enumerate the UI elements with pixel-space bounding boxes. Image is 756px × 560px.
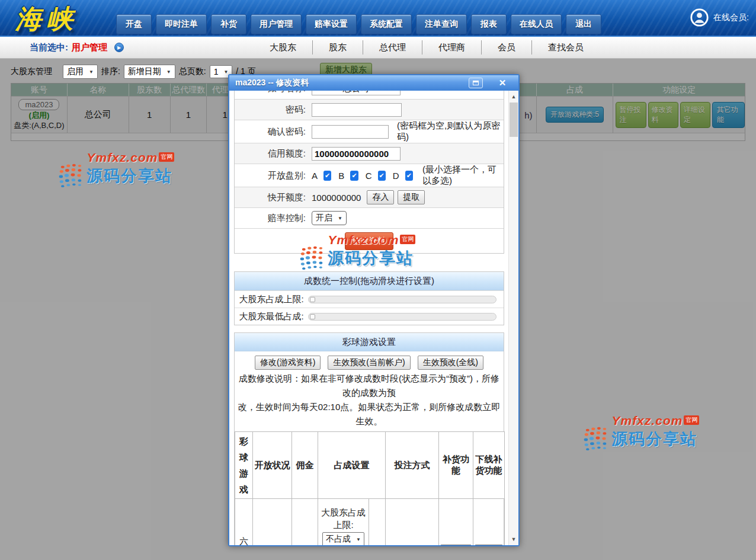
scroll-down-icon[interactable]: ▼: [509, 535, 518, 544]
watermark-site: Ymfxz.com: [612, 414, 683, 428]
status-select-value: 启用: [67, 66, 84, 77]
nav-restock[interactable]: 补货: [211, 14, 246, 34]
nav-live-bets[interactable]: 即时注单: [156, 14, 207, 34]
prechange-note: 成数修改说明：如果在非可修改成数时段(状态显示为“预改”)，所修改的成数为预 改…: [235, 372, 504, 431]
ratio-lower-label: 大股东最低占成:: [235, 311, 308, 322]
plate-b-label: B: [338, 171, 344, 181]
subnav-item-general-agent[interactable]: 总代理: [363, 40, 422, 55]
watermark-name: 源码分享站: [328, 248, 414, 269]
apply-prechange-all-button[interactable]: 生效预改(全线): [418, 356, 483, 370]
deposit-button[interactable]: 存入: [367, 190, 394, 204]
checkbox-checked-icon[interactable]: ✔: [350, 171, 358, 181]
modal-title: ma2023 -- 修改资料: [235, 78, 309, 88]
slider-handle[interactable]: [310, 297, 315, 302]
col-commission: 佣金: [292, 432, 318, 499]
nav-reports[interactable]: 报表: [471, 14, 507, 34]
plate-c-label: C: [366, 171, 372, 181]
main-nav: 开盘 即时注单 补货 用户管理 赔率设置 系统配置 注单查询 报表 在线人员 退…: [116, 14, 601, 34]
scrollbar-thumb[interactable]: [510, 103, 518, 137]
col-down-restock: 下线补货功能: [473, 432, 505, 499]
online-members: 在线会员:: [690, 8, 749, 27]
sort-select[interactable]: 新增日期 ▼: [124, 65, 175, 79]
subnav-item-find-member[interactable]: 查找会员: [531, 40, 600, 55]
apply-prechange-account-button[interactable]: 生效预改(当前帐户): [328, 356, 410, 370]
subnav-item-major-shareholder[interactable]: 大股东: [254, 40, 312, 55]
form-row-password: 密码:: [235, 99, 504, 120]
col-restock: 补货功能: [439, 432, 473, 499]
plates-hint: (最小选择一个，可以多选): [422, 164, 504, 187]
nav-online-users[interactable]: 在线人员: [511, 14, 562, 34]
ratio-control-section: 成数统一控制(拖动滑块进行设置) 大股东占成上限: 大股东最低占成:: [234, 271, 504, 325]
modal-content: 账号名称: 密码: 确认密码: (密码框为空,则默认为原密码) 信用额度: 开放…: [229, 91, 518, 545]
caret-down-icon: ▼: [356, 537, 361, 542]
ratio-lower-slider[interactable]: [308, 313, 496, 321]
nav-logout[interactable]: 退出: [566, 14, 601, 34]
nav-bet-query[interactable]: 注单查询: [416, 14, 467, 34]
prechange-note-line2: 改，生效时间为每天02:10点。如果状态为正常，则所修改成数立即生效。: [235, 400, 504, 428]
ratio-upper-label: 大股东占成上限:: [235, 294, 308, 305]
password-field[interactable]: [312, 103, 402, 117]
watermark-name: 源码分享站: [611, 428, 697, 450]
profile-form: 账号名称: 密码: 确认密码: (密码框为空,则默认为原密码) 信用额度: 开放…: [234, 91, 504, 254]
current-selection: 当前选中: 用户管理 ▶: [30, 37, 124, 58]
col-bet-mode: 投注方式: [386, 432, 439, 499]
modal-scrollbar[interactable]: ▲ ▼: [508, 91, 518, 545]
close-icon[interactable]: ✕: [492, 78, 512, 88]
confirm-password-field[interactable]: [312, 125, 389, 139]
slider-handle[interactable]: [310, 314, 315, 319]
form-row-account-name: 账号名称:: [235, 91, 504, 99]
watermark: Ymfxz.com 官网 源码分享站: [583, 414, 710, 452]
ratio-top-label: 大股东占成上限:: [319, 506, 367, 531]
status-select[interactable]: 启用 ▼: [63, 65, 98, 79]
odds-control-select[interactable]: 开启 ▼: [312, 211, 347, 225]
current-selection-label: 当前选中:: [30, 42, 68, 53]
caret-down-icon: ▼: [89, 69, 94, 75]
credit-label: 信用额度:: [235, 148, 312, 159]
online-members-label: 在线会员:: [713, 12, 749, 23]
col-lottery-game: 彩球游戏: [239, 433, 249, 497]
ratio-upper-slider[interactable]: [308, 296, 496, 303]
checkbox-checked-icon[interactable]: ✔: [405, 171, 413, 181]
caret-down-icon: ▼: [338, 216, 342, 221]
ratio-top-select[interactable]: 不占成 ▼: [322, 532, 364, 545]
ratio-lower-row: 大股东最低占成:: [235, 308, 504, 325]
form-row-credit: 信用额度:: [235, 143, 504, 164]
subnav-item-agent[interactable]: 代理商: [422, 40, 481, 55]
watermark-badge: 官网: [159, 152, 174, 162]
col-open-status: 开放状况: [253, 432, 292, 499]
watermark-dots-icon: [58, 164, 87, 188]
account-name-field[interactable]: [312, 91, 401, 95]
checkbox-checked-icon[interactable]: ✔: [323, 171, 331, 181]
current-selection-value: 用户管理: [72, 42, 107, 53]
withdraw-button[interactable]: 提取: [398, 190, 425, 204]
watermark: Ymfxz.com 官网 源码分享站: [299, 233, 427, 271]
credit-field[interactable]: [312, 147, 401, 161]
user-icon: [690, 8, 709, 27]
nav-system-config[interactable]: 系统配置: [361, 14, 412, 34]
caret-down-icon: ▼: [166, 69, 171, 75]
sort-select-value: 新增日期: [128, 66, 161, 77]
account-name-label: 账号名称:: [235, 91, 312, 94]
page-select-value: 1: [214, 67, 219, 76]
quick-credit-value: 1000000000: [312, 193, 361, 203]
down-restock-select[interactable]: 开放 ▼: [475, 545, 503, 545]
caret-down-icon: ▼: [223, 69, 228, 75]
subnav-item-shareholder[interactable]: 股东: [312, 40, 363, 55]
subnav: 当前选中: 用户管理 ▶ 大股东 股东 总代理 代理商 会员 查找会员: [0, 36, 756, 59]
quick-credit-label: 快开额度:: [235, 192, 312, 203]
nav-open-market[interactable]: 开盘: [116, 14, 152, 34]
nav-user-management[interactable]: 用户管理: [251, 14, 302, 34]
ratio-section-title: 成数统一控制(拖动滑块进行设置): [235, 272, 504, 290]
ratio-settings-cell: 大股东占成上限: 不占成 ▼ (预改:无) 大股东最低占成: 不占成 ▼ (预改…: [318, 499, 369, 546]
nav-odds-settings[interactable]: 赔率设置: [306, 14, 357, 34]
checkbox-checked-icon[interactable]: ✔: [378, 171, 386, 181]
game-settings-table: 彩球游戏 开放状况 佣金 占成设置 投注方式 补货功能 下线补货功能 六合彩 开…: [235, 431, 505, 545]
subnav-item-member[interactable]: 会员: [481, 40, 531, 55]
restock-select[interactable]: 开放 ▼: [440, 545, 472, 545]
maximize-icon[interactable]: [469, 78, 483, 88]
plates-label: 开放盘别:: [235, 170, 312, 181]
modal-titlebar[interactable]: ma2023 -- 修改资料 ✕: [229, 75, 518, 91]
modify-game-data-button[interactable]: 修改(游戏资料): [255, 356, 321, 370]
odds-control-label: 赔率控制:: [235, 213, 312, 224]
scroll-up-icon[interactable]: ▲: [509, 92, 518, 101]
